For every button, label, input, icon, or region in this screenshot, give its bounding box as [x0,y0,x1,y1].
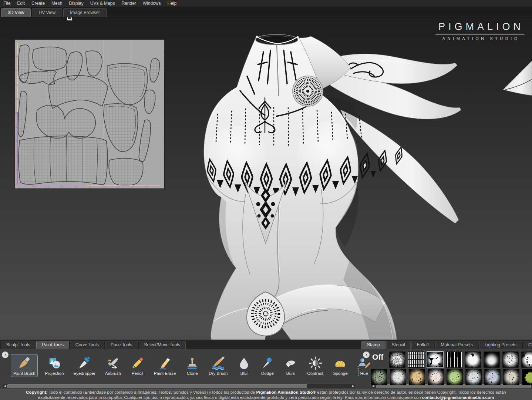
tool-label: Airbrush [105,371,121,376]
view-tab-3d-view[interactable]: 3D View [1,8,31,17]
tool-sponge[interactable]: Sponge [330,354,350,377]
viewport-handle-marker[interactable] [67,17,72,20]
menu-display[interactable]: Display [69,1,83,6]
tool-tab-paint-tools[interactable]: Paint Tools [36,341,69,349]
tool-paint-erase[interactable]: Paint Erase [151,354,178,377]
projection-icon [48,356,61,370]
menu-edit[interactable]: Edit [17,1,25,6]
tool-eyedropper[interactable]: Eyedropper [71,354,98,377]
view-tab-uv-view[interactable]: UV View [32,8,62,17]
stamp-cloud-blob[interactable] [465,351,481,368]
svg-text:0.7: 0.7 [16,84,18,86]
view-tab-image-browser[interactable]: Image Browser [63,8,107,17]
view-tab-bar: 3D ViewUV ViewImage Browser [0,7,532,17]
studio-logo: PIGMALION ANIMATION STUDIO [435,21,525,41]
burn-icon [284,356,297,370]
stamp-tan-moss[interactable] [503,369,519,385]
stamp-dark-foliage[interactable] [371,369,387,385]
blur-icon [237,356,251,370]
preset-tab-lighting-presets[interactable]: Lighting Presets [479,341,522,349]
tool-label: Projection [45,371,64,376]
stamp-dense-noise[interactable] [502,351,519,368]
menu-render[interactable]: Render [121,1,136,6]
preset-tab-stencil[interactable]: Stencil [386,341,411,349]
scroll-left-icon[interactable]: ◀ [3,384,7,388]
stamp-dry-leaves[interactable] [409,369,425,385]
tool-paint-brush[interactable]: Paint Brush [11,354,38,377]
menu-create[interactable]: Create [31,1,45,6]
svg-text:0.7: 0.7 [117,186,119,187]
tool-burn[interactable]: Burn [281,354,300,377]
tool-tab-select-move-tools[interactable]: Select/Move Tools [139,341,186,349]
preset-tab-camera-book[interactable]: Camera Book [523,341,532,349]
tool-tab-curve-tools[interactable]: Curve Tools [70,341,104,349]
svg-text:0.2: 0.2 [16,155,18,157]
tool-label: Clone [187,371,198,376]
tools-scrollbar-thumb[interactable] [7,384,307,388]
menu-file[interactable]: File [3,1,10,6]
stamp-white-splatter[interactable] [521,351,532,368]
tool-label: Burn [286,371,295,376]
application-window: FileEditCreateMeshDisplayUVs & MapsRende… [0,0,532,400]
tool-blur[interactable]: Blur [235,354,253,377]
paint-erase-icon [158,356,172,370]
stamp-speckle-noise[interactable] [389,351,405,368]
stamp-vertical-streaks[interactable] [446,351,462,368]
stamp-expand-chevron-icon[interactable]: › [363,351,370,358]
tool-label: Hue [360,371,368,376]
stamp-off-label[interactable]: Off [372,353,383,361]
svg-text:0.8: 0.8 [131,186,134,187]
footer-line1: Copyright: Todo el contenido (Entiéndase… [0,390,532,395]
stamp-green-leaf[interactable] [522,369,532,385]
stamp-soft-blob[interactable] [484,351,500,368]
tool-contrast[interactable]: Contrast [304,354,326,377]
stamp-row-1 [389,351,532,368]
svg-text:0: 0 [18,186,19,187]
svg-text:0.6: 0.6 [103,186,105,187]
panel-grip-dots[interactable] [373,336,388,338]
stamp-blue-pebbles[interactable] [484,369,501,385]
eyedropper-icon [78,356,91,370]
stamp-gray-lichen[interactable] [390,369,406,385]
tools-scrollbar[interactable]: ◀ ▶ [3,384,355,388]
tool-pencil[interactable]: Pencil [128,354,147,377]
dry-brush-icon [211,356,225,370]
tool-tab-sculpt-tools[interactable]: Sculpt Tools [1,341,36,349]
menu-help[interactable]: Help [168,1,177,6]
svg-text:0.4: 0.4 [16,126,18,128]
tool-dry-brush[interactable]: Dry Brush [206,354,230,377]
tool-tab-pose-tools[interactable]: Pose Tools [105,341,138,349]
tool-label: Contrast [307,371,323,376]
tool-tab-group: Sculpt ToolsPaint ToolsCurve ToolsPose T… [1,341,186,349]
tool-label: Dodge [261,371,274,376]
tool-projection[interactable]: Projection [42,354,66,377]
airbrush-icon [106,356,120,370]
menu-mesh[interactable]: Mesh [51,1,62,6]
tool-label: Eyedropper [74,371,95,376]
preset-tab-falloff[interactable]: Falloff [411,341,434,349]
svg-text:0.3: 0.3 [16,140,18,142]
svg-text:0.4: 0.4 [75,186,77,187]
hue-icon [357,356,371,370]
stamp-splatter[interactable] [427,351,443,368]
viewport-3d[interactable]: 00.10.20.30.40.50.60.70.80.9 0.10.20.30.… [0,17,532,340]
preset-tab-stamp[interactable]: Stamp [361,341,385,349]
tools-expand-chevron-icon[interactable]: › [2,351,9,358]
paint-brush-icon [17,356,31,370]
splitter-grip-icon[interactable] [357,366,359,377]
menu-windows[interactable]: Windows [143,1,161,6]
uv-panel[interactable]: 00.10.20.30.40.50.60.70.80.9 0.10.20.30.… [15,40,164,189]
menu-uvs-maps[interactable]: UVs & Maps [90,1,115,6]
svg-text:0.6: 0.6 [16,98,18,100]
menu-bar: FileEditCreateMeshDisplayUVs & MapsRende… [0,0,532,7]
tool-airbrush[interactable]: Airbrush [102,354,124,377]
scroll-right-icon[interactable]: ▶ [351,384,355,388]
tool-dodge[interactable]: Dodge [258,354,277,377]
svg-text:0.9: 0.9 [16,56,18,57]
stamp-gray-stones[interactable] [465,369,482,385]
stamp-grid-bars[interactable] [408,351,424,368]
stamp-pink-moss[interactable] [428,369,444,385]
tool-clone[interactable]: Clone [183,354,202,377]
stamp-green-moss[interactable] [447,369,463,385]
preset-tab-material-presets[interactable]: Material Presets [435,341,478,349]
